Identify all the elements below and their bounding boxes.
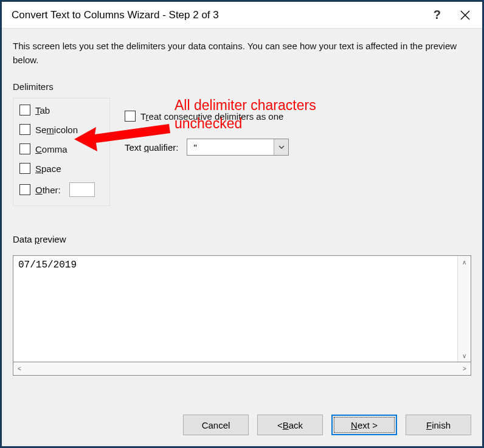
right-options: Treat consecutive delimiters as one Text… xyxy=(125,81,471,206)
tab-checkbox-row: Tab xyxy=(19,105,103,115)
comma-checkbox-row: Comma xyxy=(19,143,103,154)
preview-horizontal-scrollbar[interactable]: < > xyxy=(13,362,471,376)
delimiters-group: Delimiters Tab Semicolon Comma xyxy=(13,81,110,206)
semicolon-label: Semicolon xyxy=(35,125,78,135)
tab-label: Tab xyxy=(35,105,50,115)
other-label: Other: xyxy=(35,185,61,195)
scroll-left-icon[interactable]: < xyxy=(13,362,26,375)
preview-box: 07/15/2019 ∧ ∨ xyxy=(13,255,471,362)
qualifier-value: " xyxy=(187,142,274,153)
help-button[interactable]: ? xyxy=(434,8,441,22)
scroll-down-icon[interactable]: ∨ xyxy=(458,350,471,362)
next-button[interactable]: Next > xyxy=(331,415,397,435)
finish-button[interactable]: Finish xyxy=(406,415,471,435)
hscroll-track[interactable] xyxy=(26,362,458,375)
description-text: This screen lets you set the delimiters … xyxy=(13,40,471,67)
comma-checkbox[interactable] xyxy=(19,143,30,154)
treat-consecutive-checkbox[interactable] xyxy=(125,111,136,122)
qualifier-row: Text qualifier: " xyxy=(125,139,471,156)
semicolon-checkbox[interactable] xyxy=(19,124,30,135)
space-checkbox-row: Space xyxy=(19,163,103,174)
qualifier-select[interactable]: " xyxy=(187,139,289,156)
semicolon-checkbox-row: Semicolon xyxy=(19,124,103,135)
other-checkbox[interactable] xyxy=(19,184,30,195)
close-icon xyxy=(460,10,471,21)
dialog-content: This screen lets you set the delimiters … xyxy=(2,29,482,404)
back-button[interactable]: < Back xyxy=(257,415,323,435)
qualifier-label: Text qualifier: xyxy=(125,142,178,153)
titlebar: Convert Text to Columns Wizard - Step 2 … xyxy=(2,2,482,29)
comma-label: Comma xyxy=(35,144,67,154)
close-button[interactable] xyxy=(458,8,472,22)
treat-consecutive-row: Treat consecutive delimiters as one xyxy=(125,111,471,122)
button-row: Cancel < Back Next > Finish xyxy=(2,404,482,446)
treat-consecutive-label: Treat consecutive delimiters as one xyxy=(140,111,283,122)
delimiters-label: Delimiters xyxy=(13,81,110,92)
dialog-title: Convert Text to Columns Wizard - Step 2 … xyxy=(12,9,434,21)
other-input[interactable] xyxy=(69,182,95,197)
scroll-right-icon[interactable]: > xyxy=(458,362,471,375)
tab-checkbox[interactable] xyxy=(19,105,30,115)
space-label: Space xyxy=(35,164,61,174)
preview-section: Data preview 07/15/2019 ∧ ∨ < > xyxy=(13,234,471,376)
delimiters-box: Tab Semicolon Comma Space xyxy=(13,98,110,206)
wizard-dialog: Convert Text to Columns Wizard - Step 2 … xyxy=(2,2,482,446)
scroll-up-icon[interactable]: ∧ xyxy=(458,256,471,268)
space-checkbox[interactable] xyxy=(19,163,30,174)
other-checkbox-row: Other: xyxy=(19,182,103,197)
options-row: Delimiters Tab Semicolon Comma xyxy=(13,81,471,206)
preview-text: 07/15/2019 xyxy=(13,256,457,362)
scroll-track[interactable] xyxy=(458,268,471,350)
chevron-down-icon xyxy=(274,139,288,155)
cancel-button[interactable]: Cancel xyxy=(183,415,249,435)
preview-vertical-scrollbar[interactable]: ∧ ∨ xyxy=(457,256,471,362)
preview-label: Data preview xyxy=(13,234,471,244)
